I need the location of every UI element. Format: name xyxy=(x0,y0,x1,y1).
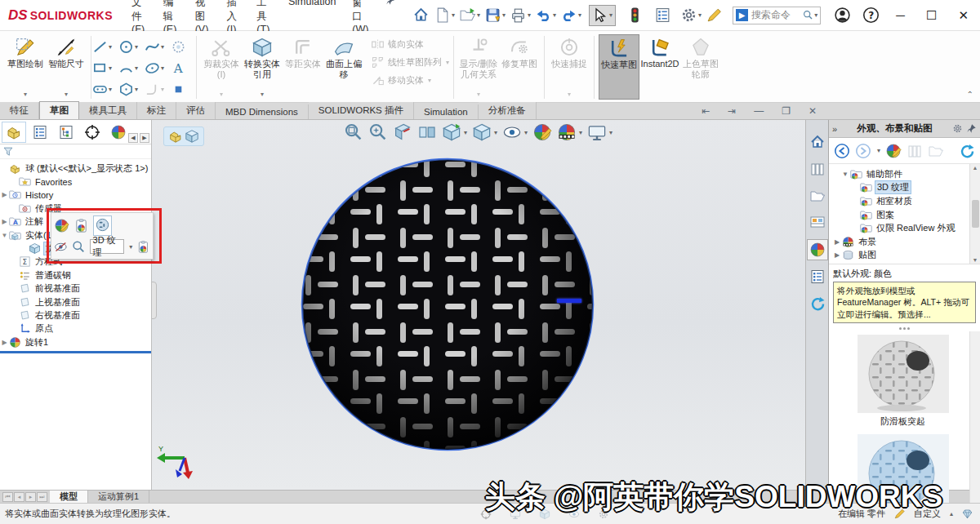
tree-item-right-plane[interactable]: 右视基准面 xyxy=(0,309,151,322)
circle-tool-button[interactable]: ▾ xyxy=(118,36,143,57)
pane-splitter[interactable] xyxy=(829,325,980,331)
tab-solidworks-addins[interactable]: SOLIDWORKS 插件 xyxy=(309,102,414,119)
undo-caret-icon[interactable]: ▾ xyxy=(553,11,556,19)
open-library-icon[interactable] xyxy=(928,143,944,159)
rotate-view-button[interactable]: ▾ xyxy=(442,122,467,142)
zoom-to-area-button[interactable] xyxy=(368,122,388,142)
fm-tab-scroll-left-icon[interactable]: ◀ xyxy=(128,133,138,143)
model-sphere[interactable] xyxy=(297,154,598,455)
home-button[interactable] xyxy=(411,4,431,26)
linear-sketch-pattern-button[interactable]: 线性草图阵列 ▾ xyxy=(371,56,449,69)
appearances-scenes-tab[interactable] xyxy=(807,239,828,260)
fm-tab-scroll-right-icon[interactable]: ▶ xyxy=(140,133,149,143)
tab-next-icon[interactable]: ▸ xyxy=(25,492,36,502)
options-list-button[interactable] xyxy=(653,4,673,26)
ribbon-collapse-icon[interactable]: ⌃ xyxy=(967,90,973,99)
motion-study-tab[interactable]: 运动算例1 xyxy=(88,491,149,503)
tab-annotations[interactable]: 标注 xyxy=(137,102,176,119)
tree-item-pattern[interactable]: 图案 xyxy=(832,208,969,222)
tree-item-origin[interactable]: 原点 xyxy=(0,322,151,335)
library-books-icon[interactable] xyxy=(906,143,923,159)
edit-appearance-button[interactable] xyxy=(532,122,552,142)
shaded-sketch-contours-button[interactable]: 上色草图轮廓 xyxy=(680,34,721,100)
scroll-thumb[interactable] xyxy=(972,200,979,228)
undo-button[interactable]: ▾ xyxy=(533,4,558,26)
offset-entities-button[interactable]: 等距实体 xyxy=(283,34,323,100)
scroll-down-icon[interactable]: ▼ xyxy=(973,257,978,263)
print-caret-icon[interactable]: ▾ xyxy=(528,11,531,19)
graphics-viewport[interactable]: ▾ ▾ ▾ ▾ ▾ xyxy=(152,120,805,490)
appearance-ball-icon[interactable] xyxy=(885,143,902,159)
file-explorer-tab[interactable] xyxy=(807,185,828,206)
dimxpertmanager-tab[interactable] xyxy=(80,122,105,143)
doc-restore-button[interactable]: ❐ xyxy=(782,104,791,118)
nav-forward-caret-icon[interactable]: ▾ xyxy=(877,147,880,154)
new-caret-icon[interactable]: ▾ xyxy=(452,11,455,19)
3d-sketch-button[interactable] xyxy=(171,36,195,57)
new-document-button[interactable]: ▾ xyxy=(432,4,457,26)
tree-item-decals[interactable]: ▶贴图 xyxy=(832,249,969,263)
rapid-sketch-button[interactable]: 快速草图 xyxy=(599,34,639,100)
convert-entities-button[interactable]: 转换实体引用 ▾ xyxy=(242,34,283,100)
edit-appearance-icon[interactable] xyxy=(54,218,69,233)
select-tool-button[interactable]: ▾ xyxy=(589,5,616,26)
polygon-tool-button[interactable]: ▾ xyxy=(118,78,143,100)
point-tool-button[interactable] xyxy=(171,78,195,100)
smart-dimension-button[interactable]: 智能尺寸 ▾ xyxy=(46,34,87,100)
save-caret-icon[interactable]: ▾ xyxy=(502,11,506,19)
options-gear-button[interactable]: ▾ xyxy=(679,4,703,26)
tab-first-icon[interactable]: ⏮ xyxy=(2,492,13,502)
tab-evaluate[interactable]: 评估 xyxy=(176,102,216,119)
zoom-to-fit-button[interactable] xyxy=(344,122,363,142)
tree-item-top-plane[interactable]: 上视基准面 xyxy=(0,295,151,309)
tab-analysis-prep[interactable]: 分析准备 xyxy=(479,102,537,119)
solidworks-resources-tab[interactable] xyxy=(807,131,828,153)
configurationmanager-tab[interactable] xyxy=(54,122,78,143)
sketch-fillet-button[interactable]: ▾ xyxy=(145,78,169,100)
displaymanager-tab[interactable] xyxy=(106,122,131,143)
hide-body-icon[interactable] xyxy=(54,239,68,255)
solidworks-forum-tab[interactable] xyxy=(807,293,828,314)
tree-item-favorites[interactable]: Favorites xyxy=(0,175,151,188)
view-palette-tab[interactable] xyxy=(807,212,828,233)
tree-item-scenes[interactable]: ▶布景 xyxy=(832,235,969,249)
3d-texture-dropdown-button[interactable]: 3D 纹理 xyxy=(90,239,125,254)
apply-scene-button[interactable]: ▾ xyxy=(557,122,582,142)
spline-tool-button[interactable]: ▾ xyxy=(145,36,169,57)
tree-filter[interactable] xyxy=(0,144,151,159)
tree-item-material[interactable]: 普通碳钢 xyxy=(0,269,151,282)
tab-sketch[interactable]: 草图 xyxy=(39,101,79,119)
breadcrumb-part-icon[interactable] xyxy=(168,129,183,144)
tree-item-3d-textures[interactable]: 3D 纹理 xyxy=(832,181,969,195)
select-caret-icon[interactable]: ▾ xyxy=(609,11,612,19)
slot-tool-button[interactable]: ▾ xyxy=(92,78,117,100)
expand-pane-icon[interactable]: » xyxy=(832,124,837,134)
tab-features[interactable]: 特征 xyxy=(0,102,39,119)
texture-thumbnail-1[interactable]: 防滑板突起 xyxy=(837,335,969,428)
sketch-button[interactable]: 草图绘制 ▾ xyxy=(5,34,46,100)
3d-texture-dropdown-caret-icon[interactable]: ▾ xyxy=(129,243,132,251)
design-library-tab[interactable] xyxy=(807,158,828,180)
tab-mold-tools[interactable]: 模具工具 xyxy=(79,102,137,119)
help-button[interactable] xyxy=(861,4,881,26)
featuremanager-tab[interactable] xyxy=(2,122,26,143)
pane-options-gear-icon[interactable] xyxy=(952,123,963,134)
sketch-caret-icon[interactable]: ▾ xyxy=(24,91,27,98)
instant2d-button[interactable]: Instant2D xyxy=(639,34,680,100)
line-tool-button[interactable]: ▾ xyxy=(92,36,117,57)
ellipse-tool-button[interactable]: ▾ xyxy=(145,57,169,78)
doc-prev-icon[interactable]: ⇤ xyxy=(702,104,710,118)
open-caret-icon[interactable]: ▾ xyxy=(477,11,480,19)
minimize-button[interactable]: ─ xyxy=(896,8,905,22)
maximize-button[interactable]: ☐ xyxy=(926,8,937,23)
offset-on-surface-button[interactable]: 曲面上偏移 xyxy=(323,34,364,100)
repair-sketch-button[interactable]: 修复草图 xyxy=(499,34,540,100)
doc-next-icon[interactable]: ⇥ xyxy=(728,104,736,118)
view-orientation-button[interactable]: ▾ xyxy=(472,122,497,142)
rollback-bar[interactable] xyxy=(0,351,151,353)
mirror-entities-button[interactable]: 镜向实体 xyxy=(371,38,424,51)
nav-forward-button[interactable] xyxy=(855,143,871,159)
command-search[interactable]: ▶ 搜索命令 ▾ xyxy=(733,7,821,24)
propertymanager-tab[interactable] xyxy=(28,122,52,143)
3d-texture-button[interactable] xyxy=(93,215,112,236)
